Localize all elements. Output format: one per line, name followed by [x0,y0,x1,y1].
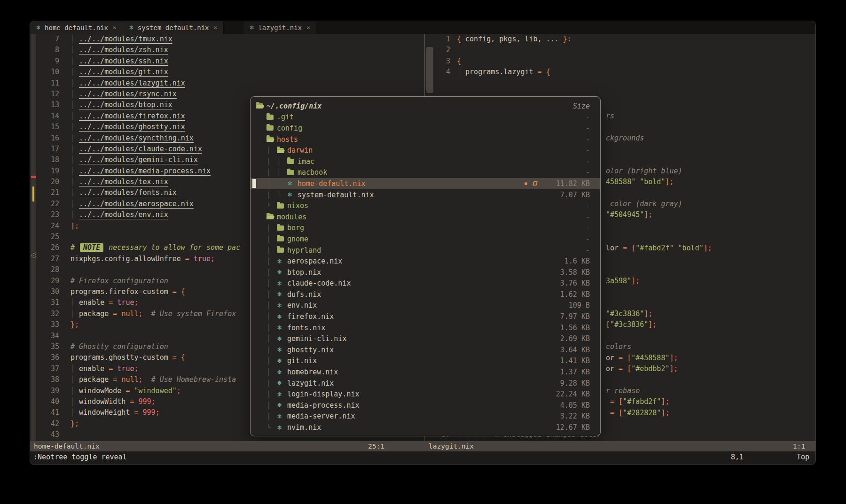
tab-lazygit[interactable]: ❄ lazygit.nix × [243,21,316,34]
tab-label: system-default.nix [138,24,209,31]
tree-row[interactable]: │borg- [251,223,600,234]
tab-system-default[interactable]: ❄ system-default.nix × [123,21,224,34]
file-size: - [545,124,590,132]
tree-item-name: dufs.nix [287,290,321,299]
code-line[interactable]: 9│ ../../modules/ssh.nix [30,56,424,67]
nix-file-icon: ❄ [277,302,282,309]
nix-file-icon: ❄ [277,358,282,364]
tree-row[interactable]: │❄lazygit.nix9.28 KB [251,378,600,389]
command-line[interactable]: :Neotree toggle reveal 8,1 Top [30,451,815,465]
tree-row[interactable]: │❄media-process.nix4.05 KB [251,400,600,411]
nix-file-icon: ❄ [277,258,282,264]
tree-row[interactable]: │❄login-display.nix22.24 KB [251,388,600,400]
code-fragment: or = ["#458588"]; [606,353,678,364]
line-number: 41 [37,407,59,418]
indent-guide: └ [266,424,277,431]
code-fragment: 458588" "bold"]; [606,177,674,187]
code-fragment: r rebase [606,386,640,396]
tree-row[interactable]: │❄btop.nix3.58 KB [251,267,600,278]
line-number: 1 [438,34,450,45]
line-number: 15 [37,122,59,132]
tree-row[interactable]: │❄aerospace.nix1.6 KB [251,256,600,267]
tree-row[interactable]: │❄homebrew.nix1.37 KB [251,366,600,378]
line-number: 12 [37,89,59,100]
line-number: 32 [37,309,59,319]
code-line[interactable]: 7│ ../../modules/tmux.nix [30,34,424,45]
tree-row[interactable]: hosts- [251,134,600,145]
tree-row[interactable]: └❄nvim.nix12.67 KB [251,422,600,433]
nix-file-icon: ❄ [277,380,282,386]
line-number: 22 [37,199,59,209]
tree-item-name: ghostty.nix [287,346,334,354]
tree-row[interactable]: config- [251,123,600,134]
line-number: 35 [37,341,59,352]
nix-file-icon: ❄ [277,402,282,408]
tree-row[interactable]: ││imac- [251,156,600,167]
tree-row[interactable]: modules- [251,211,600,223]
code-line[interactable]: 10│ ../../modules/git.nix [30,67,424,78]
close-icon[interactable]: × [306,24,310,31]
code-line[interactable]: 2 [425,45,815,55]
line-number: 9 [37,56,59,67]
line-number: 4 [438,67,450,78]
code-fragment: "#504945"]; [606,209,652,220]
tree-row[interactable]: │❄git.nix1.41 KB [251,356,600,367]
indent-guide: │ [266,324,277,332]
tree-row[interactable]: ││❄home-default.nix11.82 KB [251,178,600,189]
line-number: 11 [37,78,59,89]
file-size: 1.41 KB [545,357,590,365]
tree-row[interactable]: └nixos- [251,200,600,211]
tree-row[interactable]: │❄media-server.nix3.22 KB [251,411,600,422]
close-icon[interactable]: × [113,24,117,31]
tree-row[interactable]: │❄claude-code.nix3.76 KB [251,278,600,289]
tree-row[interactable]: │hyprland- [251,245,600,256]
modified-dot-icon [525,182,527,185]
folder-icon [277,225,284,231]
code-line[interactable]: 8│ ../../modules/zsh.nix [30,45,424,55]
code-line[interactable]: 4│ programs.lazygit = { [425,67,815,78]
scroll-indicator: Top [797,451,809,463]
nix-file-icon: ❄ [277,314,282,320]
file-size: - [545,146,590,155]
tree-row[interactable]: │❄ghostty.nix3.64 KB [251,344,600,356]
nix-file-icon: ❄ [287,192,292,198]
indent-guide: │ [266,279,277,287]
folder-icon [277,203,284,209]
line-number: 7 [37,34,59,45]
tree-item-name: modules [277,213,306,221]
tab-home-default[interactable]: ❄ home-default.nix × [30,21,123,34]
file-size: 3.22 KB [545,412,590,420]
tree-row[interactable]: │❄firefox.nix7.97 KB [251,311,600,322]
code-line[interactable]: 1{ config, pkgs, lib, ... }: [425,34,815,45]
left-scrollbar[interactable] [31,34,36,441]
tree-row[interactable]: │darwin- [251,145,600,156]
file-size: - [545,202,590,210]
code-fragment: ckgrounds [606,133,644,144]
right-scrollbar-thumb[interactable] [426,47,433,93]
line-number: 24 [37,221,59,232]
size-column-header: Size [545,102,590,110]
buffer-tabline: ❄ home-default.nix × ❄ system-default.ni… [30,21,815,34]
indent-guide: │ [266,224,277,232]
nix-file-icon: ❄ [277,413,282,419]
tree-row[interactable]: │❄env.nix109 B [251,300,600,311]
code-fragment: rs [606,111,614,122]
line-number: 17 [37,144,59,155]
indent-guide: │ [266,180,277,187]
code-line[interactable]: 3{ [425,56,815,67]
tree-row[interactable]: │❄dufs.nix1.62 KB [251,289,600,300]
tree-row[interactable]: .git- [251,112,600,123]
tree-root-row[interactable]: ~/.config/nixSize [251,101,600,112]
close-icon[interactable]: × [214,24,218,31]
tree-item-name: darwin [287,146,313,155]
code-line[interactable]: 11│ ../../modules/lazygit.nix [30,78,424,89]
tree-row[interactable]: │❄gemini-cli.nix2.69 KB [251,333,600,344]
file-size: 1.62 KB [545,290,590,299]
line-number: 19 [37,166,59,177]
neotree-float[interactable]: ~/.config/nixSize.git-config-hosts-│darw… [250,96,601,436]
tree-row[interactable]: ││macbook- [251,167,600,178]
tree-row[interactable]: │❄fonts.nix1.56 KB [251,322,600,333]
tree-row[interactable]: │└❄system-default.nix7.07 KB [251,189,600,201]
folder-icon [287,159,294,164]
tree-row[interactable]: │gnome- [251,233,600,245]
